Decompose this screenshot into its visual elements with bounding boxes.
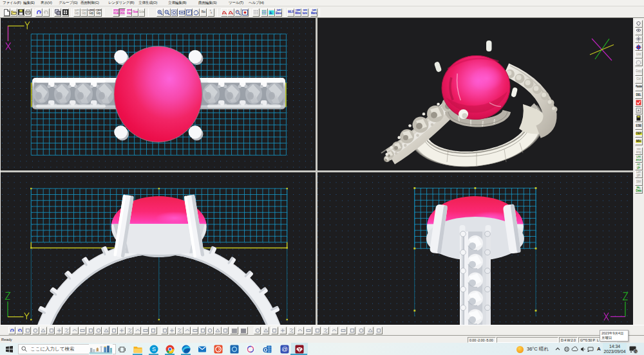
svg-text:S: S [152, 346, 156, 352]
svg-text:@: @ [281, 345, 288, 352]
svg-text:T1: T1 [634, 350, 638, 353]
